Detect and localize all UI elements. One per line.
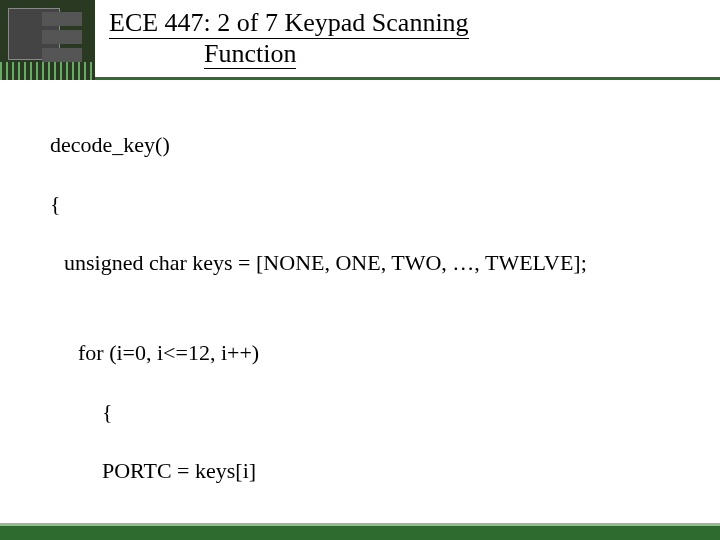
pcb-trace-decoration — [0, 62, 95, 80]
code-line: { — [50, 397, 680, 427]
code-line: unsigned char keys = [NONE, ONE, TWO, …,… — [50, 248, 680, 278]
slide-title-line2: Function — [204, 39, 296, 70]
chip-image — [0, 0, 95, 80]
code-line: decode_key() — [50, 130, 680, 160]
slide: ECE 447: 2 of 7 Keypad Scanning Function… — [0, 0, 720, 540]
slide-title-line1: ECE 447: 2 of 7 Keypad Scanning — [109, 8, 469, 39]
content-area: decode_key() { unsigned char keys = [NON… — [50, 100, 680, 540]
code-block: decode_key() { unsigned char keys = [NON… — [50, 100, 680, 540]
code-line: { — [50, 189, 680, 219]
code-line: PORTC = keys[i] — [50, 456, 680, 486]
code-line: for (i=0, i<=12, i++) — [50, 338, 680, 368]
header-bar: ECE 447: 2 of 7 Keypad Scanning Function — [0, 0, 720, 80]
footer-bar — [0, 526, 720, 540]
title-wrap: ECE 447: 2 of 7 Keypad Scanning Function — [95, 0, 720, 77]
